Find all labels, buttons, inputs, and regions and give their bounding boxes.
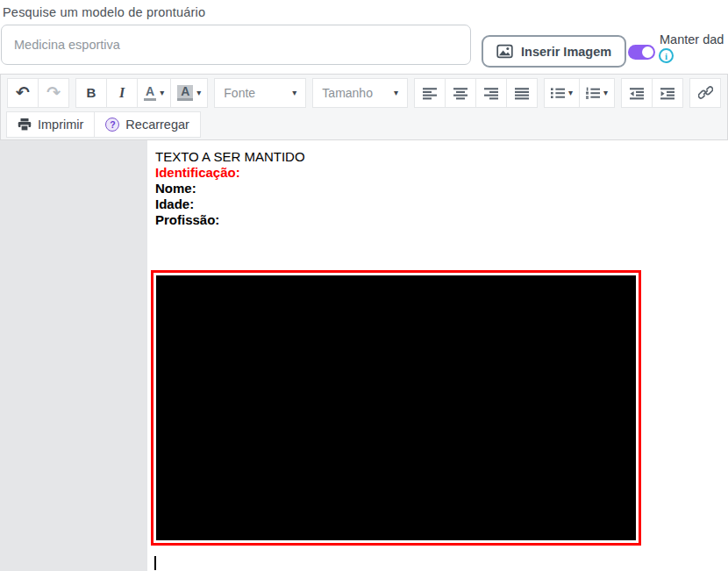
font-style-group: B I A ▾ A ▾ xyxy=(75,78,208,108)
print-button[interactable]: Imprimir xyxy=(6,111,95,138)
chevron-down-icon: ▾ xyxy=(568,89,573,97)
editor-line: Nome: xyxy=(155,181,305,196)
redo-button[interactable]: ↷ xyxy=(38,78,69,108)
indent-icon xyxy=(660,86,674,100)
editor-line: Idade: xyxy=(155,196,305,212)
question-glyph: ? xyxy=(110,119,115,130)
outdent-button[interactable] xyxy=(621,78,653,108)
text-color-button[interactable]: A ▾ xyxy=(137,78,171,108)
actions-group: Imprimir ? Recarregar xyxy=(7,111,201,138)
image-icon xyxy=(496,44,513,59)
toggle-knob xyxy=(642,46,653,58)
text-color-icon: A xyxy=(144,85,156,101)
indent-button[interactable] xyxy=(652,78,683,108)
chevron-down-icon: ▾ xyxy=(160,89,164,97)
highlight-color-icon: A xyxy=(177,85,193,101)
font-size-value: Tamanho xyxy=(322,86,373,100)
image-content xyxy=(156,275,636,540)
italic-icon: I xyxy=(119,85,125,101)
indent-group xyxy=(621,78,683,108)
reload-label: Recarregar xyxy=(125,118,189,132)
editable-page[interactable]: TEXTO A SER MANTIDO Identificação: Nome:… xyxy=(147,140,728,571)
chevron-down-icon: ▾ xyxy=(196,89,201,97)
selected-image[interactable] xyxy=(151,270,641,546)
insert-image-label: Inserir Imagem xyxy=(521,45,611,59)
info-glyph: i xyxy=(665,51,667,61)
align-justify-icon xyxy=(515,86,529,100)
text-cursor xyxy=(154,556,156,570)
question-circle-icon: ? xyxy=(105,118,119,132)
redo-icon: ↷ xyxy=(46,84,61,101)
align-right-button[interactable] xyxy=(475,78,507,108)
chevron-down-icon: ▾ xyxy=(394,89,398,97)
editor-line: Profissão: xyxy=(155,212,305,228)
align-center-icon xyxy=(453,86,467,100)
bold-button[interactable]: B xyxy=(75,78,107,108)
bold-icon: B xyxy=(87,85,96,100)
chevron-down-icon: ▾ xyxy=(603,89,608,97)
editor-toolbar: ↶ ↷ B I A ▾ A ▾ Fonte ▾ xyxy=(0,74,728,140)
undo-icon: ↶ xyxy=(16,84,30,101)
italic-button[interactable]: I xyxy=(106,78,138,108)
chevron-down-icon: ▾ xyxy=(292,89,296,97)
align-justify-button[interactable] xyxy=(506,78,538,108)
font-family-value: Fonte xyxy=(224,86,255,100)
print-label: Imprimir xyxy=(38,118,83,132)
numbered-list-icon xyxy=(586,86,600,100)
template-editor-page: { "search": { "label": "Pesquise um mode… xyxy=(0,0,728,571)
search-label: Pesquise um modelo de prontuário xyxy=(3,5,205,19)
font-family-dropdown[interactable]: Fonte ▾ xyxy=(214,78,306,108)
info-icon[interactable]: i xyxy=(659,48,674,63)
editor-content-area[interactable]: TEXTO A SER MANTIDO Identificação: Nome:… xyxy=(0,140,728,571)
search-input[interactable] xyxy=(1,25,471,65)
page-margin-strip xyxy=(0,140,147,571)
highlight-color-button[interactable]: A ▾ xyxy=(170,78,208,108)
align-left-icon xyxy=(423,86,437,100)
history-group: ↶ ↷ xyxy=(7,78,69,108)
numbered-list-button[interactable]: ▾ xyxy=(579,78,615,108)
editor-line: TEXTO A SER MANTIDO xyxy=(155,149,305,165)
keep-data-toggle[interactable] xyxy=(628,45,655,60)
reload-button[interactable]: ? Recarregar xyxy=(94,111,201,138)
toolbar-row-actions: Imprimir ? Recarregar xyxy=(1,108,727,138)
outdent-icon xyxy=(630,86,644,100)
list-group: ▾ ▾ xyxy=(544,78,615,108)
align-right-icon xyxy=(484,86,498,100)
editor-line: Identificação: xyxy=(155,165,305,181)
toolbar-row-formatting: ↶ ↷ B I A ▾ A ▾ Fonte ▾ xyxy=(1,75,727,108)
link-group xyxy=(689,78,721,108)
bullet-list-icon xyxy=(551,86,565,100)
link-icon xyxy=(698,85,713,100)
align-left-button[interactable] xyxy=(414,78,446,108)
bullet-list-button[interactable]: ▾ xyxy=(544,78,580,108)
printer-icon xyxy=(18,118,32,132)
alignment-group xyxy=(414,78,538,108)
font-size-dropdown[interactable]: Tamanho ▾ xyxy=(312,78,408,108)
insert-image-button[interactable]: Inserir Imagem xyxy=(482,35,626,68)
undo-button[interactable]: ↶ xyxy=(7,78,39,108)
editor-text-block: TEXTO A SER MANTIDO Identificação: Nome:… xyxy=(155,149,305,228)
align-center-button[interactable] xyxy=(445,78,476,108)
keep-data-label: Manter dad xyxy=(660,32,724,46)
link-button[interactable] xyxy=(689,78,721,108)
